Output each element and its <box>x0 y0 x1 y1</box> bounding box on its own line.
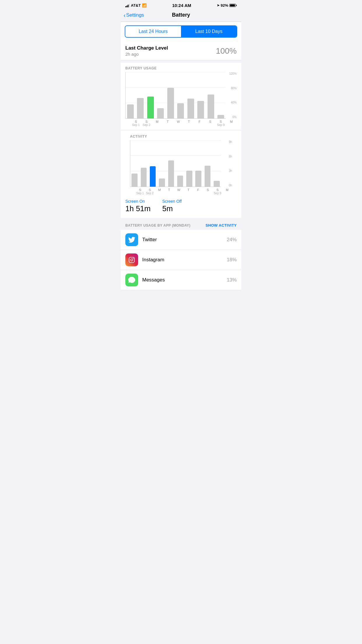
status-bar: AT&T 📶 10:24 AM ➤ 92% <box>121 0 241 10</box>
location-icon: ➤ <box>217 4 219 7</box>
app-row-twitter[interactable]: Twitter 24% <box>121 230 241 250</box>
activity-bar-3 <box>159 178 165 187</box>
bar-group-7 <box>196 72 206 118</box>
battery-bar-2 <box>147 97 154 118</box>
segment-last-10d[interactable]: Last 10 Days <box>181 26 237 37</box>
messages-icon <box>125 274 138 286</box>
battery-bars-area <box>125 72 226 119</box>
bar-group-0 <box>126 72 135 118</box>
day-label-2: M <box>152 120 162 127</box>
status-left: AT&T 📶 <box>125 3 147 8</box>
battery-percent: 92% <box>221 3 228 8</box>
battery-bar-4 <box>167 88 174 118</box>
bar-group-1 <box>136 72 145 118</box>
signal-bars <box>125 4 130 7</box>
bar-group-3 <box>156 72 166 118</box>
instagram-icon <box>125 253 138 266</box>
battery-bar-5 <box>177 103 184 118</box>
day-label-1: SSep 2 <box>141 120 152 127</box>
battery-by-app-header: BATTERY USAGE BY APP (MONDAY) SHOW ACTIV… <box>121 220 241 230</box>
nav-bar: ‹ Settings Battery <box>121 10 241 22</box>
signal-bar-4 <box>129 4 130 7</box>
charge-percent: 100% <box>216 46 237 56</box>
twitter-icon <box>125 233 138 246</box>
carrier-label: AT&T <box>131 3 141 8</box>
battery-y-label-3: 0% <box>227 116 237 119</box>
segment-container: Last 24 Hours Last 10 Days <box>121 22 241 41</box>
activity-bar-8 <box>205 166 211 187</box>
activity-bar-group-7 <box>194 140 203 187</box>
activity-bar-group-3 <box>158 140 166 187</box>
battery-icon <box>229 4 237 7</box>
battery-bar-1 <box>137 98 144 118</box>
app-row-instagram[interactable]: Instagram 18% <box>121 250 241 270</box>
back-label: Settings <box>126 12 144 18</box>
battery-bar-7 <box>197 101 204 118</box>
bar-group-5 <box>176 72 186 118</box>
messages-app-name: Messages <box>142 277 227 283</box>
day-label-0: SSep 1 <box>131 120 141 127</box>
main-content: Last 24 Hours Last 10 Days Last Charge L… <box>121 22 241 290</box>
twitter-app-percent: 24% <box>227 237 237 243</box>
status-right: ➤ 92% <box>217 3 237 8</box>
charge-left: Last Charge Level 2h ago <box>125 45 168 57</box>
activity-bar-9 <box>214 181 220 187</box>
activity-y-label-3: 0h <box>222 184 232 187</box>
chevron-left-icon: ‹ <box>124 12 126 18</box>
battery-y-labels: 120% 80% 40% 0% <box>226 72 237 119</box>
charge-ago: 2h ago <box>125 52 168 57</box>
activity-bars-area <box>130 140 221 187</box>
day-label-8: SSep 9 <box>215 120 226 127</box>
battery-bar-8 <box>208 94 214 118</box>
show-activity-button[interactable]: SHOW ACTIVITY <box>205 223 237 228</box>
activity-bar-group-6 <box>185 140 194 187</box>
segment-last-24h[interactable]: Last 24 Hours <box>125 26 181 37</box>
activity-bar-group-9 <box>212 140 221 187</box>
twitter-app-name: Twitter <box>142 237 227 243</box>
screen-off-label: Screen Off <box>162 199 182 204</box>
activity-section: ACTIVITY <box>121 130 241 195</box>
activity-bar-2 <box>150 166 156 187</box>
last-charge-section: Last Charge Level 2h ago 100% <box>121 41 241 60</box>
status-time: 10:24 AM <box>172 3 191 8</box>
bar-group-2 <box>146 72 155 118</box>
battery-bar-9 <box>217 115 224 118</box>
activity-y-labels: 9h 6h 3h 0h <box>221 140 232 187</box>
screen-on-stat: Screen On 1h 51m <box>125 199 151 213</box>
screen-on-label: Screen On <box>125 199 151 204</box>
day-label-5: T <box>184 120 194 127</box>
bar-group-4 <box>166 72 175 118</box>
activity-bar-group-2 <box>149 140 157 187</box>
activity-day-labels: SSep 1 SSep 2 M T W T F S SSep 9 M <box>130 187 232 195</box>
spacer-2 <box>121 218 241 220</box>
app-list: Twitter 24% Instagram 18% Messages <box>121 230 241 290</box>
svg-point-2 <box>133 258 134 259</box>
bar-group-8 <box>206 72 216 118</box>
activity-bar-5 <box>177 176 183 187</box>
battery-bar-3 <box>157 108 164 118</box>
activity-bar-group-1 <box>139 140 148 187</box>
app-row-messages[interactable]: Messages 13% <box>121 270 241 290</box>
charge-title: Last Charge Level <box>125 45 168 51</box>
activity-bar-6 <box>186 171 192 187</box>
day-label-7: S <box>205 120 215 127</box>
bar-group-6 <box>186 72 196 118</box>
screen-on-value: 1h 51m <box>125 204 151 213</box>
day-label-4: W <box>173 120 184 127</box>
battery-chart-wrapper: 120% 80% 40% 0% SSep 1 SSep 2 M T W T F … <box>121 72 241 127</box>
battery-y-label-1: 80% <box>227 87 237 90</box>
day-label-6: F <box>194 120 205 127</box>
activity-bar-group-8 <box>203 140 212 187</box>
activity-bar-0 <box>131 174 138 187</box>
activity-bar-group-0 <box>130 140 139 187</box>
messages-app-percent: 13% <box>227 277 237 283</box>
battery-day-labels: SSep 1 SSep 2 M T W T F S SSep 9 M <box>125 119 237 127</box>
battery-chart-section: BATTERY USAGE <box>121 66 241 129</box>
activity-y-label-0: 9h <box>222 140 232 144</box>
signal-bar-3 <box>128 5 129 7</box>
instagram-app-name: Instagram <box>142 257 227 263</box>
spacer-1 <box>121 60 241 63</box>
activity-y-label-2: 3h <box>222 169 232 172</box>
activity-bar-4 <box>168 160 174 187</box>
back-button[interactable]: ‹ Settings <box>124 12 144 18</box>
